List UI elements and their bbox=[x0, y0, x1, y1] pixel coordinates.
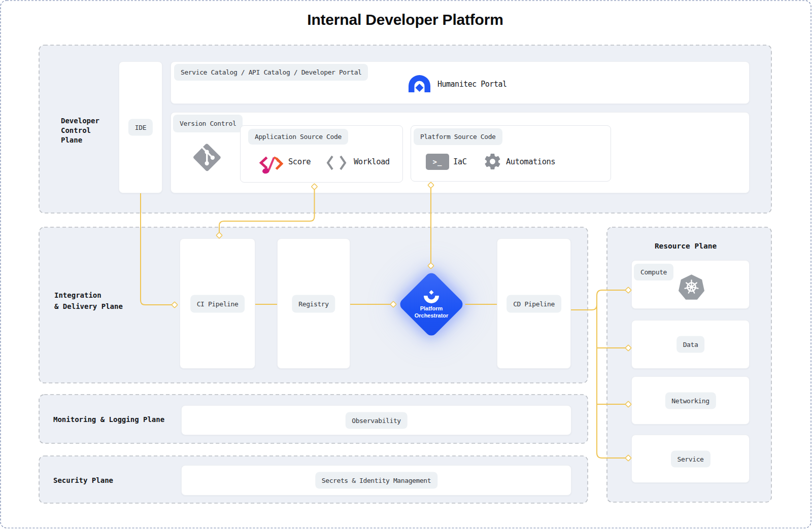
connector-trunk-service bbox=[597, 305, 625, 458]
connector-appsrc-ci bbox=[219, 190, 315, 232]
connector-ide-ci bbox=[141, 193, 172, 305]
diagram-canvas: Internal Developer Platform Developer Co… bbox=[0, 0, 812, 529]
page-border bbox=[1, 1, 811, 528]
connector-cd-compute bbox=[571, 290, 625, 310]
connectors-overlay bbox=[0, 0, 812, 529]
